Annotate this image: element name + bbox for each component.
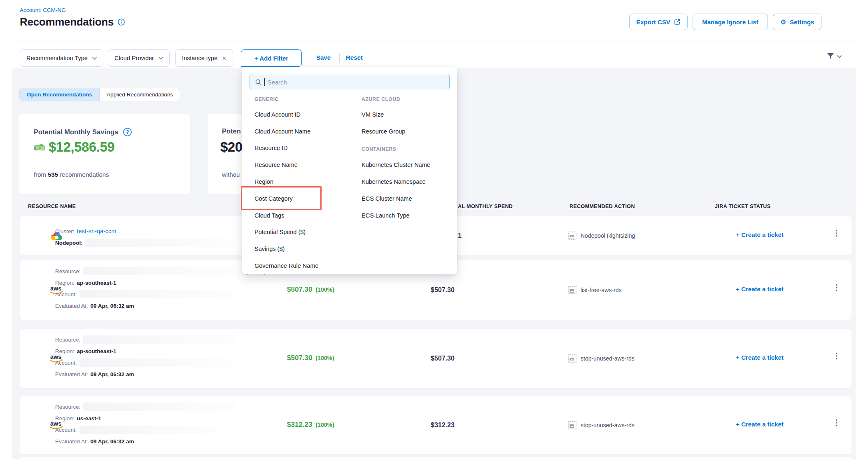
- filter-option-resource-group[interactable]: Resource Group: [362, 128, 405, 135]
- settings-button[interactable]: ⚙ Settings: [773, 14, 821, 30]
- redacted-value: [79, 426, 215, 434]
- search-input[interactable]: [267, 79, 444, 86]
- help-icon[interactable]: ?: [123, 127, 132, 137]
- savings-percent: (100%): [315, 286, 334, 293]
- close-icon[interactable]: ✕: [222, 55, 226, 61]
- reset-button[interactable]: Reset: [346, 54, 363, 61]
- savings-card-subtext: from 535 recommendations: [34, 171, 109, 178]
- monthly-spend-value: $312.23: [431, 422, 455, 429]
- tab-open-recommendations[interactable]: Open Recommendations: [20, 88, 99, 101]
- resource-label: Resource:: [55, 268, 81, 274]
- savings-percent: (100%): [315, 355, 334, 361]
- cluster-label: Cluster:: [55, 228, 75, 234]
- recommended-action-label: stop-unused-aws-rds: [581, 355, 635, 362]
- search-icon: [255, 79, 262, 86]
- table-row[interactable]: aws Resource: Region:us-east-1 Account: …: [20, 396, 852, 454]
- redacted-value: [85, 239, 233, 247]
- create-ticket-button[interactable]: + Create a ticket: [716, 286, 803, 293]
- column-header-monthly-spend-partial: AL MONTHLY SPEND: [458, 204, 513, 209]
- tab-applied-recommendations[interactable]: Applied Recommendations: [99, 88, 180, 101]
- resource-label: Resource:: [55, 404, 81, 410]
- evaluated-at-value: 09 Apr, 06:32 am: [91, 371, 134, 377]
- info-icon[interactable]: [117, 18, 125, 26]
- save-button[interactable]: Save: [316, 54, 331, 61]
- chevron-down-icon: [92, 57, 97, 60]
- redacted-value: [79, 358, 232, 367]
- filter-option-resource-id[interactable]: Resource ID: [254, 145, 288, 151]
- column-header-recommended-action: RECOMMENDED ACTION: [569, 204, 635, 209]
- region-value: ap-southeast-1: [77, 348, 117, 354]
- filter-option-potential-spend[interactable]: Potential Spend ($): [254, 229, 306, 235]
- filter-option-region[interactable]: Region: [254, 178, 273, 185]
- create-ticket-button[interactable]: + Create a ticket: [716, 231, 803, 238]
- image-placeholder-icon: [568, 286, 576, 294]
- filter-chip-recommendation-type[interactable]: Recommendation Type: [20, 49, 103, 67]
- chip-label: Recommendation Type: [26, 55, 88, 61]
- evaluated-at-label: Evaluated At:: [55, 371, 88, 377]
- recommendations-tabs: Open Recommendations Applied Recommendat…: [19, 88, 180, 101]
- filter-option-savings[interactable]: Savings ($): [254, 246, 285, 252]
- savings-percent: (100%): [315, 422, 334, 428]
- region-value: ap-southeast-1: [77, 280, 117, 286]
- filter-actions-divider: [339, 54, 340, 63]
- kebab-menu[interactable]: ⋮: [833, 230, 841, 236]
- export-csv-button[interactable]: Export CSV: [629, 14, 688, 30]
- redacted-value: [83, 335, 236, 344]
- filter-option-cloud-account-id[interactable]: Cloud Account ID: [254, 111, 301, 118]
- cluster-link[interactable]: test-sri-qa-ccm: [77, 228, 117, 234]
- kebab-menu[interactable]: ⋮: [833, 420, 841, 426]
- recommendations-page: Account: CCM-NG Recommendations Export C…: [0, 0, 868, 459]
- filter-option-cloud-account-name[interactable]: Cloud Account Name: [254, 128, 310, 135]
- svg-text:?: ?: [126, 129, 129, 135]
- filter-option-kubernetes-namespace[interactable]: Kubernetes Namespace: [362, 178, 426, 185]
- evaluated-at-label: Evaluated At:: [55, 438, 88, 445]
- nodepool-label: Nodepool:: [55, 240, 83, 246]
- filter-option-kubernetes-cluster-name[interactable]: Kubernetes Cluster Name: [362, 162, 430, 168]
- filter-funnel-button[interactable]: [826, 52, 842, 61]
- image-placeholder-icon: [568, 354, 576, 363]
- money-icon: [33, 142, 46, 152]
- breadcrumb[interactable]: Account: CCM-NG: [20, 7, 66, 13]
- manage-ignore-list-button[interactable]: Manage Ignore List: [693, 14, 768, 30]
- evaluated-at-value: 09 Apr, 06:32 am: [91, 303, 134, 309]
- filter-option-vm-size[interactable]: VM Size: [362, 111, 384, 118]
- gear-icon: ⚙: [780, 18, 786, 26]
- recommended-action-label: Nodepool Rightsizing: [581, 232, 635, 239]
- filter-option-cloud-tags[interactable]: Cloud Tags: [254, 212, 284, 219]
- section-title-azure-cloud: AZURE CLOUD: [362, 96, 400, 102]
- resource-label: Resource:: [55, 337, 81, 343]
- account-label: Account:: [55, 360, 77, 366]
- export-csv-label: Export CSV: [636, 19, 670, 26]
- redacted-value: [83, 403, 236, 411]
- create-ticket-button[interactable]: + Create a ticket: [716, 354, 803, 361]
- region-label: Region:: [55, 348, 75, 354]
- account-label: Account:: [55, 427, 77, 433]
- kebab-menu[interactable]: ⋮: [833, 353, 841, 359]
- chip-label: Instance type: [182, 55, 217, 61]
- evaluated-at-label: Evaluated At:: [55, 303, 88, 309]
- filter-option-ecs-cluster-name[interactable]: ECS Cluster Name: [362, 195, 412, 202]
- filter-chip-cloud-provider[interactable]: Cloud Provider: [108, 49, 170, 67]
- table-row[interactable]: aws Resource: Region:ap-southeast-1 Acco…: [20, 329, 852, 388]
- monthly-spend-value: $507.30: [431, 355, 455, 362]
- filter-option-governance-rule-name[interactable]: Governance Rule Name: [254, 262, 319, 269]
- highlight-box-cost-category: [241, 186, 322, 210]
- add-filter-button[interactable]: + Add Filter: [241, 49, 302, 67]
- kebab-menu[interactable]: ⋮: [833, 285, 841, 290]
- create-ticket-button[interactable]: + Create a ticket: [716, 421, 803, 428]
- filter-option-ecs-launch-type[interactable]: ECS Launch Type: [362, 212, 410, 219]
- filter-option-resource-name[interactable]: Resource Name: [254, 162, 298, 168]
- settings-label: Settings: [790, 19, 814, 26]
- chevron-down-icon: [837, 55, 842, 58]
- chevron-down-icon: [159, 57, 163, 60]
- spend-card-subtext-partial: withou: [222, 171, 240, 178]
- filter-chip-instance-type[interactable]: Instance type ✕: [175, 49, 233, 67]
- section-title-generic: GENERIC: [254, 96, 279, 102]
- external-link-icon: [674, 19, 681, 25]
- recommended-action-label: list-free-aws-rds: [581, 287, 622, 293]
- spend-amount-partial: $20: [220, 139, 243, 155]
- savings-value: $507.30: [287, 354, 312, 362]
- image-placeholder-icon: [568, 232, 576, 240]
- region-value: us-east-1: [77, 415, 101, 422]
- funnel-icon: [826, 52, 835, 61]
